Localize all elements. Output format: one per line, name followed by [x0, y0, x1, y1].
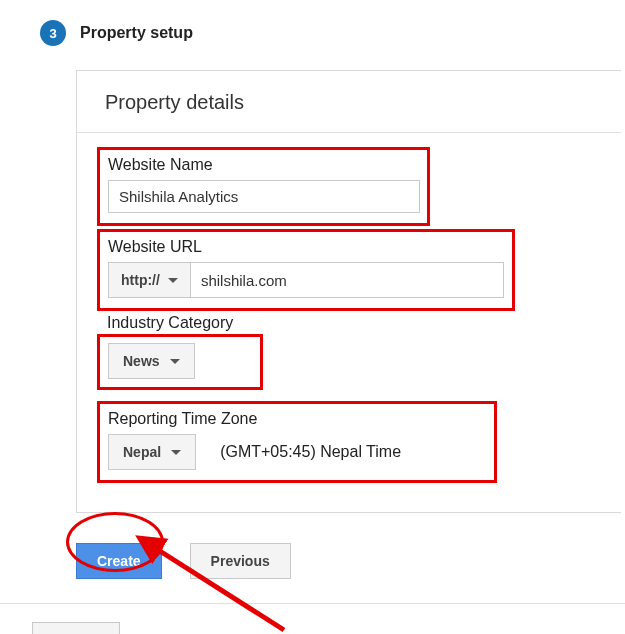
- cancel-button[interactable]: Cancel: [32, 622, 120, 634]
- timezone-country-value: Nepal: [123, 444, 161, 460]
- timezone-country-dropdown[interactable]: Nepal: [108, 434, 196, 470]
- cancel-row: Cancel: [0, 604, 625, 634]
- industry-dropdown[interactable]: News: [108, 343, 195, 379]
- website-url-input[interactable]: [191, 262, 504, 298]
- timezone-row: Nepal (GMT+05:45) Nepal Time: [108, 434, 486, 470]
- timezone-offset-text: (GMT+05:45) Nepal Time: [220, 443, 401, 461]
- card-body: Website Name Website URL http:// Industr…: [77, 133, 621, 512]
- timezone-label: Reporting Time Zone: [108, 410, 486, 428]
- website-url-label: Website URL: [108, 238, 504, 256]
- property-card: Property details Website Name Website UR…: [76, 70, 621, 513]
- highlight-timezone: Reporting Time Zone Nepal (GMT+05:45) Ne…: [97, 401, 497, 483]
- chevron-down-icon: [168, 278, 178, 283]
- action-row: Create Previous: [76, 543, 625, 579]
- protocol-value: http://: [121, 272, 160, 288]
- protocol-dropdown[interactable]: http://: [108, 262, 191, 298]
- step-title: Property setup: [80, 24, 193, 42]
- highlight-website-url: Website URL http://: [97, 229, 515, 311]
- previous-button[interactable]: Previous: [190, 543, 291, 579]
- industry-value: News: [123, 353, 160, 369]
- highlight-industry: News: [97, 334, 263, 390]
- highlight-website-name: Website Name: [97, 147, 430, 226]
- step-number-badge: 3: [40, 20, 66, 46]
- website-name-input[interactable]: [108, 180, 420, 213]
- card-title: Property details: [77, 71, 621, 133]
- url-row: http://: [108, 262, 504, 298]
- website-name-label: Website Name: [108, 156, 419, 174]
- chevron-down-icon: [171, 450, 181, 455]
- step-header: 3 Property setup: [0, 0, 625, 46]
- industry-label: Industry Category: [107, 314, 601, 332]
- chevron-down-icon: [170, 359, 180, 364]
- create-button[interactable]: Create: [76, 543, 162, 579]
